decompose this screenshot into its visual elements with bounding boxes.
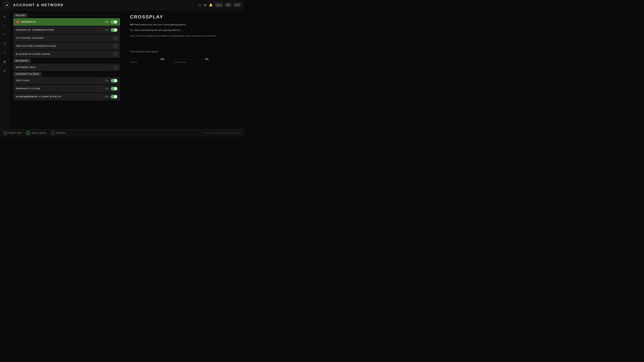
main-content: ONLINE ✕ CROSSPLAY ON CROSSPLAY COMMUNIC… [9, 10, 244, 129]
header: ◀ ACCOUNT & NETWORK ⬡ ⊞ 🔔 ▲ 1 R3 ⚇ 2 [0, 0, 244, 10]
reset-tab-action[interactable]: ↺ RESET TAB [3, 131, 21, 135]
profanity-filter-toggle[interactable] [111, 87, 118, 90]
group-count: 2 [238, 4, 239, 6]
sidebar-item-edit[interactable]: ✎ [2, 31, 8, 37]
blocked-players-external-icon[interactable]: ⊡ [114, 52, 118, 56]
detail-on-label: On: [130, 29, 134, 31]
crossplay-toggle[interactable] [111, 20, 118, 24]
menu-item-text-chat[interactable]: TEXT CHAT ON [14, 77, 120, 84]
dismemberment-gore-toggle[interactable] [111, 95, 118, 98]
controller-icon-header[interactable]: ⬡ [198, 3, 201, 7]
r3-label: R3 [227, 4, 230, 6]
latency-value: N/A [160, 58, 164, 60]
player-count: 1 [220, 4, 221, 6]
section-online-label: ONLINE [14, 13, 27, 17]
crossplay-label: CROSSPLAY [21, 21, 102, 23]
section-network: NETWORK NETWORK INFO ⊡ [14, 59, 120, 71]
section-network-label: NETWORK [14, 59, 30, 63]
menu-item-2fa[interactable]: TWO-FACTOR AUTHENTICATION ⊡ [14, 42, 120, 50]
version-info: 9.4.13031291 [36:210:1465+11] Tmc [7000] [205, 132, 241, 134]
dismemberment-gore-toggle-knob [114, 95, 117, 98]
bell-icon-header[interactable]: 🔔 [209, 3, 213, 7]
sidebar-item-network[interactable]: ◎ [2, 68, 8, 74]
sidebar: ★ ⌗ ✎ ⧉ ◁ ▦ ◎ [0, 10, 9, 129]
close-icon: ✕ [16, 20, 19, 24]
sidebar-item-audio[interactable]: ◁ [2, 50, 8, 56]
latency-dashes: - - - - - - - - - - - - - - - - [130, 58, 160, 60]
reset-icon: ↺ [3, 131, 8, 135]
detail-public-note: Only functional in public games. [130, 50, 238, 53]
search-action[interactable]: ⌕ SEARCH [51, 131, 66, 135]
add-favorite-action[interactable]: ★ ADD ★ [8/15] [26, 131, 46, 135]
detail-on-text: Allow matchmaking with other gaming plat… [134, 29, 181, 31]
crossplay-toggle-knob [114, 20, 117, 23]
detail-on-description: On: Allow matchmaking with other gaming … [130, 28, 238, 32]
r3-badge: R3 [225, 3, 231, 7]
packet-loss-stat-line: - - - - - - - - - - - - - - - - 0% [174, 58, 208, 60]
sidebar-item-controller[interactable]: ⌗ [2, 22, 8, 28]
menu-item-crossplay[interactable]: ✕ CROSSPLAY ON [14, 18, 120, 26]
menu-item-profanity-filter[interactable]: PROFANITY FILTER ON [14, 85, 120, 92]
text-chat-toggle[interactable] [111, 79, 118, 82]
2fa-external-icon[interactable]: ⊡ [114, 44, 118, 48]
crossplay-value: ON [105, 21, 109, 23]
packet-loss-label: Packet Loss [174, 61, 208, 63]
dismemberment-gore-label: DISMEMBERMENT & GORE EFFECTS [16, 95, 102, 98]
back-button[interactable]: ◀ [3, 2, 10, 8]
player-badge: ▲ 1 [215, 3, 222, 7]
menu-item-crossplay-communication[interactable]: CROSSPLAY COMMUNICATION ON [14, 26, 120, 34]
crossplay-comm-value: ON [105, 29, 109, 31]
detail-panel: CROSSPLAY Off: Matchmaking only uses you… [123, 10, 244, 129]
latency-stat-line: - - - - - - - - - - - - - - - - N/A [130, 58, 164, 60]
latency-label: Latency [130, 61, 164, 63]
grid-icon-header[interactable]: ⊞ [204, 3, 206, 7]
menu-item-blocked-players[interactable]: BLOCKED PLAYERS (0/200) ⊡ [14, 50, 120, 58]
detail-off-description: Off: Matchmaking only uses your current … [130, 23, 238, 26]
crossplay-comm-label: CROSSPLAY COMMUNICATION [16, 29, 102, 31]
section-content-filters-header: CONTENT FILTERS [14, 72, 120, 76]
add-label: ADD ★ [8/15] [32, 132, 46, 134]
detail-note: Note: Cannot be changed in game lobbies,… [130, 35, 238, 37]
add-star-icon: ★ [26, 131, 30, 135]
menu-item-dismemberment-gore[interactable]: DISMEMBERMENT & GORE EFFECTS ON [14, 93, 120, 100]
group-badge: ⚇ 2 [234, 3, 241, 7]
activision-external-icon[interactable]: ⊡ [114, 36, 118, 40]
back-icon: ◀ [6, 3, 8, 6]
section-network-header: NETWORK [14, 59, 120, 63]
section-online-header: ONLINE [14, 13, 120, 17]
detail-off-text: Matchmaking only uses your current gamin… [134, 23, 186, 26]
bottom-bar: ↺ RESET TAB ★ ADD ★ [8/15] ⌕ SEARCH 9.4.… [0, 129, 244, 137]
packet-loss-value: 0% [205, 58, 208, 60]
search-label: SEARCH [56, 132, 66, 134]
blocked-players-label: BLOCKED PLAYERS (0/200) [16, 53, 110, 55]
profanity-filter-label: PROFANITY FILTER [16, 87, 102, 90]
activision-account-label: ACTIVISION ACCOUNT [16, 37, 110, 39]
sidebar-item-favorites[interactable]: ★ [2, 13, 8, 19]
2fa-divider [112, 44, 112, 48]
packet-dashes: - - - - - - - - - - - - - - - - [174, 58, 204, 60]
profanity-filter-toggle-knob [114, 87, 117, 90]
page-title: ACCOUNT & NETWORK [13, 3, 64, 7]
menu-item-network-info[interactable]: NETWORK INFO ⊡ [14, 64, 120, 71]
sidebar-item-tag[interactable]: ⧉ [2, 40, 8, 46]
activision-divider [112, 36, 112, 40]
text-chat-value: ON [105, 79, 109, 82]
menu-item-activision-account[interactable]: ACTIVISION ACCOUNT ⊡ [14, 34, 120, 42]
network-info-external-icon[interactable]: ⊡ [114, 65, 118, 69]
sidebar-item-display[interactable]: ▦ [2, 59, 8, 65]
text-chat-toggle-knob [114, 79, 117, 82]
latency-stat: - - - - - - - - - - - - - - - - N/A Late… [130, 58, 164, 63]
section-online: ONLINE ✕ CROSSPLAY ON CROSSPLAY COMMUNIC… [14, 13, 120, 58]
2fa-label: TWO-FACTOR AUTHENTICATION [16, 45, 110, 47]
search-icon: ⌕ [51, 131, 55, 135]
header-actions: ⬡ ⊞ 🔔 ▲ 1 R3 ⚇ 2 [198, 3, 241, 7]
player-up-icon: ▲ [217, 4, 219, 6]
network-info-label: NETWORK INFO [16, 66, 110, 68]
crossplay-comm-toggle[interactable] [111, 28, 118, 32]
packet-loss-stat: - - - - - - - - - - - - - - - - 0% Packe… [174, 58, 208, 63]
text-chat-label: TEXT CHAT [16, 79, 102, 82]
detail-off-label: Off: [130, 23, 134, 26]
profanity-filter-value: ON [105, 87, 109, 90]
settings-list: ONLINE ✕ CROSSPLAY ON CROSSPLAY COMMUNIC… [9, 10, 123, 129]
crossplay-comm-toggle-knob [114, 28, 117, 31]
